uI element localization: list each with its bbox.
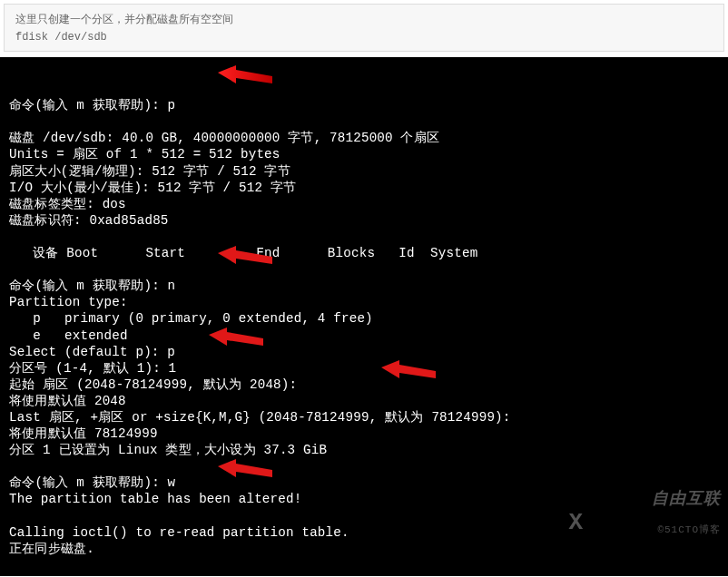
watermark-text: 自由互联 [652, 490, 721, 508]
svg-marker-0 [218, 65, 272, 83]
instruction-note: 这里只创建一个分区，并分配磁盘所有空空间 fdisk /dev/sdb [4, 4, 724, 52]
terminal-output: 命令(输入 m 获取帮助): p 磁盘 /dev/sdb: 40.0 GB, 4… [0, 57, 728, 576]
note-text: 这里只创建一个分区，并分配磁盘所有空空间 [15, 12, 713, 27]
watermark-subtext: ©51CTO博客 [587, 522, 721, 538]
watermark-x-icon: X [569, 514, 585, 531]
annotation-arrow [216, 64, 280, 91]
note-command: fdisk /dev/sdb [15, 31, 713, 44]
watermark: X 自由互联 ©51CTO博客 [569, 474, 721, 571]
